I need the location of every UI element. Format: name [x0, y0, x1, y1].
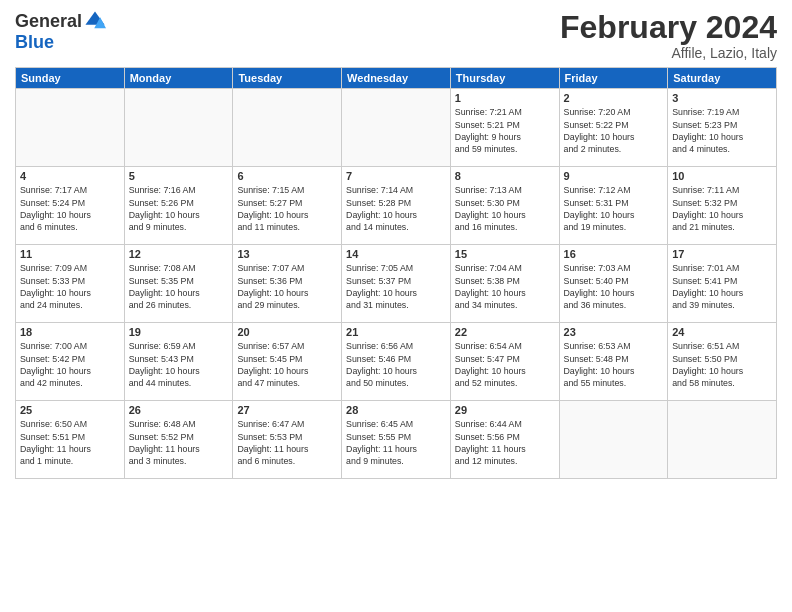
- day-number: 15: [455, 248, 555, 260]
- calendar-table: Sunday Monday Tuesday Wednesday Thursday…: [15, 67, 777, 479]
- day-number: 23: [564, 326, 664, 338]
- table-row: 12Sunrise: 7:08 AM Sunset: 5:35 PM Dayli…: [124, 245, 233, 323]
- day-number: 2: [564, 92, 664, 104]
- table-row: 24Sunrise: 6:51 AM Sunset: 5:50 PM Dayli…: [668, 323, 777, 401]
- table-row: 23Sunrise: 6:53 AM Sunset: 5:48 PM Dayli…: [559, 323, 668, 401]
- day-info: Sunrise: 6:51 AM Sunset: 5:50 PM Dayligh…: [672, 340, 772, 389]
- table-row: 5Sunrise: 7:16 AM Sunset: 5:26 PM Daylig…: [124, 167, 233, 245]
- header: General Blue February 2024 Affile, Lazio…: [15, 10, 777, 61]
- calendar-week-2: 4Sunrise: 7:17 AM Sunset: 5:24 PM Daylig…: [16, 167, 777, 245]
- table-row: 25Sunrise: 6:50 AM Sunset: 5:51 PM Dayli…: [16, 401, 125, 479]
- calendar-week-3: 11Sunrise: 7:09 AM Sunset: 5:33 PM Dayli…: [16, 245, 777, 323]
- month-title: February 2024: [560, 10, 777, 45]
- day-number: 14: [346, 248, 446, 260]
- day-info: Sunrise: 7:09 AM Sunset: 5:33 PM Dayligh…: [20, 262, 120, 311]
- day-info: Sunrise: 7:13 AM Sunset: 5:30 PM Dayligh…: [455, 184, 555, 233]
- col-wednesday: Wednesday: [342, 68, 451, 89]
- col-tuesday: Tuesday: [233, 68, 342, 89]
- day-number: 22: [455, 326, 555, 338]
- day-number: 1: [455, 92, 555, 104]
- col-monday: Monday: [124, 68, 233, 89]
- table-row: 22Sunrise: 6:54 AM Sunset: 5:47 PM Dayli…: [450, 323, 559, 401]
- day-info: Sunrise: 7:16 AM Sunset: 5:26 PM Dayligh…: [129, 184, 229, 233]
- location-subtitle: Affile, Lazio, Italy: [560, 45, 777, 61]
- day-number: 11: [20, 248, 120, 260]
- day-number: 18: [20, 326, 120, 338]
- day-info: Sunrise: 6:59 AM Sunset: 5:43 PM Dayligh…: [129, 340, 229, 389]
- calendar-week-5: 25Sunrise: 6:50 AM Sunset: 5:51 PM Dayli…: [16, 401, 777, 479]
- table-row: 17Sunrise: 7:01 AM Sunset: 5:41 PM Dayli…: [668, 245, 777, 323]
- table-row: 1Sunrise: 7:21 AM Sunset: 5:21 PM Daylig…: [450, 89, 559, 167]
- day-number: 7: [346, 170, 446, 182]
- table-row: [124, 89, 233, 167]
- table-row: 11Sunrise: 7:09 AM Sunset: 5:33 PM Dayli…: [16, 245, 125, 323]
- day-number: 25: [20, 404, 120, 416]
- day-number: 16: [564, 248, 664, 260]
- table-row: 8Sunrise: 7:13 AM Sunset: 5:30 PM Daylig…: [450, 167, 559, 245]
- table-row: 7Sunrise: 7:14 AM Sunset: 5:28 PM Daylig…: [342, 167, 451, 245]
- day-info: Sunrise: 7:01 AM Sunset: 5:41 PM Dayligh…: [672, 262, 772, 311]
- table-row: 26Sunrise: 6:48 AM Sunset: 5:52 PM Dayli…: [124, 401, 233, 479]
- table-row: 20Sunrise: 6:57 AM Sunset: 5:45 PM Dayli…: [233, 323, 342, 401]
- table-row: 13Sunrise: 7:07 AM Sunset: 5:36 PM Dayli…: [233, 245, 342, 323]
- day-number: 6: [237, 170, 337, 182]
- day-number: 20: [237, 326, 337, 338]
- day-info: Sunrise: 6:50 AM Sunset: 5:51 PM Dayligh…: [20, 418, 120, 467]
- table-row: 10Sunrise: 7:11 AM Sunset: 5:32 PM Dayli…: [668, 167, 777, 245]
- day-info: Sunrise: 7:15 AM Sunset: 5:27 PM Dayligh…: [237, 184, 337, 233]
- day-info: Sunrise: 6:44 AM Sunset: 5:56 PM Dayligh…: [455, 418, 555, 467]
- day-info: Sunrise: 7:12 AM Sunset: 5:31 PM Dayligh…: [564, 184, 664, 233]
- table-row: 29Sunrise: 6:44 AM Sunset: 5:56 PM Dayli…: [450, 401, 559, 479]
- day-info: Sunrise: 7:19 AM Sunset: 5:23 PM Dayligh…: [672, 106, 772, 155]
- table-row: [559, 401, 668, 479]
- day-info: Sunrise: 7:07 AM Sunset: 5:36 PM Dayligh…: [237, 262, 337, 311]
- day-number: 19: [129, 326, 229, 338]
- day-info: Sunrise: 7:17 AM Sunset: 5:24 PM Dayligh…: [20, 184, 120, 233]
- title-area: February 2024 Affile, Lazio, Italy: [560, 10, 777, 61]
- day-info: Sunrise: 7:21 AM Sunset: 5:21 PM Dayligh…: [455, 106, 555, 155]
- day-number: 29: [455, 404, 555, 416]
- day-info: Sunrise: 6:53 AM Sunset: 5:48 PM Dayligh…: [564, 340, 664, 389]
- day-info: Sunrise: 6:54 AM Sunset: 5:47 PM Dayligh…: [455, 340, 555, 389]
- table-row: 3Sunrise: 7:19 AM Sunset: 5:23 PM Daylig…: [668, 89, 777, 167]
- calendar-header-row: Sunday Monday Tuesday Wednesday Thursday…: [16, 68, 777, 89]
- day-number: 12: [129, 248, 229, 260]
- day-number: 4: [20, 170, 120, 182]
- day-info: Sunrise: 7:00 AM Sunset: 5:42 PM Dayligh…: [20, 340, 120, 389]
- logo: General Blue: [15, 10, 106, 53]
- table-row: 21Sunrise: 6:56 AM Sunset: 5:46 PM Dayli…: [342, 323, 451, 401]
- table-row: 14Sunrise: 7:05 AM Sunset: 5:37 PM Dayli…: [342, 245, 451, 323]
- day-info: Sunrise: 7:03 AM Sunset: 5:40 PM Dayligh…: [564, 262, 664, 311]
- day-info: Sunrise: 6:47 AM Sunset: 5:53 PM Dayligh…: [237, 418, 337, 467]
- day-info: Sunrise: 7:04 AM Sunset: 5:38 PM Dayligh…: [455, 262, 555, 311]
- day-info: Sunrise: 6:57 AM Sunset: 5:45 PM Dayligh…: [237, 340, 337, 389]
- table-row: 28Sunrise: 6:45 AM Sunset: 5:55 PM Dayli…: [342, 401, 451, 479]
- col-thursday: Thursday: [450, 68, 559, 89]
- table-row: 4Sunrise: 7:17 AM Sunset: 5:24 PM Daylig…: [16, 167, 125, 245]
- day-number: 17: [672, 248, 772, 260]
- day-number: 27: [237, 404, 337, 416]
- table-row: [16, 89, 125, 167]
- logo-blue: Blue: [15, 32, 54, 53]
- day-number: 21: [346, 326, 446, 338]
- col-friday: Friday: [559, 68, 668, 89]
- table-row: 27Sunrise: 6:47 AM Sunset: 5:53 PM Dayli…: [233, 401, 342, 479]
- logo-icon: [84, 10, 106, 32]
- day-number: 5: [129, 170, 229, 182]
- table-row: 19Sunrise: 6:59 AM Sunset: 5:43 PM Dayli…: [124, 323, 233, 401]
- day-info: Sunrise: 6:45 AM Sunset: 5:55 PM Dayligh…: [346, 418, 446, 467]
- day-info: Sunrise: 6:48 AM Sunset: 5:52 PM Dayligh…: [129, 418, 229, 467]
- calendar-week-1: 1Sunrise: 7:21 AM Sunset: 5:21 PM Daylig…: [16, 89, 777, 167]
- calendar-week-4: 18Sunrise: 7:00 AM Sunset: 5:42 PM Dayli…: [16, 323, 777, 401]
- day-info: Sunrise: 7:20 AM Sunset: 5:22 PM Dayligh…: [564, 106, 664, 155]
- day-number: 13: [237, 248, 337, 260]
- page: General Blue February 2024 Affile, Lazio…: [0, 0, 792, 612]
- day-info: Sunrise: 7:11 AM Sunset: 5:32 PM Dayligh…: [672, 184, 772, 233]
- table-row: 2Sunrise: 7:20 AM Sunset: 5:22 PM Daylig…: [559, 89, 668, 167]
- day-number: 3: [672, 92, 772, 104]
- day-number: 8: [455, 170, 555, 182]
- table-row: 16Sunrise: 7:03 AM Sunset: 5:40 PM Dayli…: [559, 245, 668, 323]
- table-row: [668, 401, 777, 479]
- day-number: 24: [672, 326, 772, 338]
- col-saturday: Saturday: [668, 68, 777, 89]
